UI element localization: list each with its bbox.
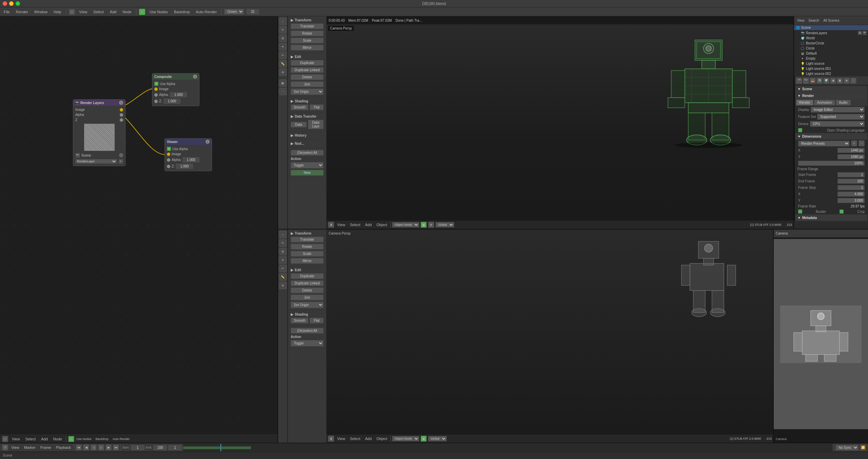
rp-mat-btn[interactable]: ◈: [844, 78, 850, 84]
rp-view-btn[interactable]: 🖼: [816, 78, 823, 84]
render-layers-close[interactable]: ×: [119, 101, 123, 105]
outliner-render-layers[interactable]: 📷 RenderLayers 👁 📷: [799, 30, 868, 36]
transform-header[interactable]: ▶ Transform: [289, 18, 325, 23]
rp-obj-btn[interactable]: ◉: [830, 78, 836, 84]
transform-header-bottom[interactable]: ▶ Transform: [289, 231, 325, 236]
tool-transform[interactable]: ✦: [279, 43, 287, 51]
shading-header-top[interactable]: ▶ Shading: [289, 99, 325, 104]
rl-layer-select[interactable]: RenderLayer: [75, 159, 117, 164]
rl-eye[interactable]: 👁: [858, 31, 862, 35]
deselect-btn[interactable]: (De)select All: [291, 150, 324, 156]
render-layers-node[interactable]: 📷 Render Layers × Image Alpha Z: [73, 99, 126, 166]
vp2-shade[interactable]: ◉: [421, 436, 427, 442]
delete-btn[interactable]: Delete: [291, 74, 324, 80]
render-tab[interactable]: Render: [796, 100, 813, 105]
toggle-select-top[interactable]: Toggle: [291, 162, 324, 168]
render-presets-select[interactable]: Render Presets: [798, 141, 850, 146]
rl-z-socket[interactable]: [120, 118, 123, 122]
tl-editor-type[interactable]: ⏱: [2, 444, 8, 451]
data-layer-btn[interactable]: Data Laye: [308, 120, 324, 129]
outliner-light-001[interactable]: 💡 Light source.001: [799, 66, 868, 71]
crop-check[interactable]: [840, 209, 844, 214]
add-menu[interactable]: Add: [108, 9, 118, 15]
feature-set-select[interactable]: Supported: [817, 114, 865, 120]
viewport-bottom[interactable]: 🖥 View Select Add Object Object Mode ◉ G…: [327, 230, 773, 443]
use-nodes-checkbox[interactable]: ✓: [139, 9, 145, 15]
rp-data-btn[interactable]: ▦: [837, 78, 843, 84]
scene-header[interactable]: ▼ Scene: [795, 86, 867, 92]
aspect-y-input[interactable]: [837, 198, 865, 203]
btool-scale[interactable]: ⊞: [279, 248, 287, 255]
open-shading-check[interactable]: [798, 128, 802, 132]
comp-use-alpha-check[interactable]: ✓: [154, 82, 158, 86]
render-presets-remove[interactable]: -: [859, 140, 865, 146]
smooth-btn-top[interactable]: Smooth: [291, 104, 308, 110]
edit-header[interactable]: ▶ Edit: [289, 54, 325, 59]
vp-global-select[interactable]: Global: [436, 222, 454, 227]
ne-use-nodes-label[interactable]: Use Nodes: [76, 437, 92, 441]
flat-btn-top[interactable]: Flat: [310, 104, 324, 110]
vp2-global[interactable]: Global: [428, 436, 447, 441]
tl-end-frame[interactable]: [153, 445, 167, 450]
window-controls[interactable]: [3, 1, 20, 6]
outliner-scene[interactable]: 🌐 Scene: [794, 25, 868, 30]
render-presets-add[interactable]: +: [851, 140, 857, 146]
bscale-btn[interactable]: Scale: [291, 251, 324, 257]
comp-alpha-in-socket[interactable]: [154, 93, 158, 97]
scene-selector[interactable]: Green: [224, 9, 244, 15]
ne-node[interactable]: Node: [52, 436, 64, 442]
tool-rotate[interactable]: ↻: [279, 26, 287, 34]
view-alpha-in-socket[interactable]: [167, 158, 170, 162]
data-transfer-header[interactable]: ▶ Data Transfer: [289, 114, 325, 119]
ne-view[interactable]: View: [10, 436, 22, 442]
rotate-btn[interactable]: Rotate: [291, 31, 324, 36]
vp2-object[interactable]: Object: [375, 436, 389, 441]
tl-play[interactable]: ▷: [98, 444, 104, 451]
tool-extras[interactable]: ⋯: [279, 88, 287, 95]
bset-origin-select[interactable]: Set Origin: [291, 302, 324, 308]
view-menu[interactable]: View: [78, 9, 89, 15]
frame-step-input[interactable]: [837, 185, 865, 190]
btranslate-btn[interactable]: Translate: [291, 237, 324, 242]
ne-editor-type[interactable]: ⬡: [2, 436, 8, 442]
menu-help[interactable]: Help: [52, 9, 63, 15]
rl-render[interactable]: 📷: [863, 31, 867, 35]
tl-view[interactable]: View: [9, 445, 21, 450]
comp-alpha-value[interactable]: [170, 92, 187, 97]
tl-playback[interactable]: Playback: [54, 445, 73, 450]
render-engine-header[interactable]: ▼ Render: [795, 93, 867, 99]
minimize-button[interactable]: [9, 1, 14, 6]
history-header[interactable]: ▶ History: [289, 133, 325, 138]
ne-auto-render-label[interactable]: Auto Render: [113, 437, 130, 441]
mirror-btn[interactable]: Mirror: [291, 45, 324, 51]
scale-btn[interactable]: Scale: [291, 38, 324, 43]
outliner-light-002[interactable]: 💡 Light source.002: [799, 71, 868, 76]
view-image-socket[interactable]: [167, 153, 170, 156]
nodes-header[interactable]: ▶ Nod...: [289, 141, 325, 146]
composite-node[interactable]: Composite × ✓ Use Alpha Image Alpha:: [152, 73, 199, 106]
select-menu[interactable]: Select: [92, 9, 105, 15]
translate-btn[interactable]: Translate: [291, 23, 324, 29]
rl-layer-add[interactable]: +: [118, 159, 123, 164]
outliner-bezier-circle[interactable]: ◯ BezierCircle: [799, 41, 868, 46]
editor-type-icon[interactable]: ⬡: [69, 9, 75, 15]
view-z-socket[interactable]: [167, 165, 170, 168]
node-editor[interactable]: 📷 Render Layers × Image Alpha Z: [0, 16, 278, 443]
btool-translate[interactable]: ↕: [279, 231, 287, 238]
rp-output-btn[interactable]: 📤: [810, 78, 816, 84]
bdup-linked-btn[interactable]: Duplicate Linked: [291, 280, 324, 286]
timeline-ruler[interactable]: [183, 444, 832, 451]
tool-annotate[interactable]: ✏: [279, 52, 287, 59]
frame-number[interactable]: [247, 9, 259, 14]
tl-frame[interactable]: Frame: [39, 445, 53, 450]
rl-scene-close[interactable]: ×: [119, 153, 123, 157]
device-select[interactable]: CPU: [810, 121, 865, 127]
rl-scene-icon[interactable]: 📷: [75, 153, 80, 158]
vp-overlay[interactable]: ⊕: [428, 222, 434, 228]
tl-marker[interactable]: Marker: [22, 445, 37, 450]
audio-tab[interactable]: Audio: [836, 100, 851, 105]
outliner-default[interactable]: ▦ Default: [799, 51, 868, 56]
action-header[interactable]: Action: [289, 156, 325, 161]
tl-start-frame[interactable]: [131, 445, 144, 450]
rp-scene-btn[interactable]: 🎬: [796, 78, 802, 84]
